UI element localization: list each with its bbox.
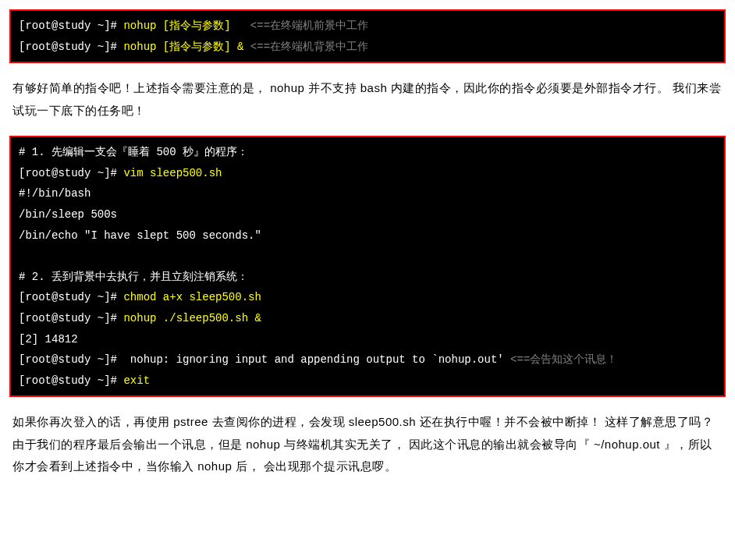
command: nohup [指令与参数] <box>123 19 230 32</box>
terminal-line: [root@study ~]# exit <box>19 370 716 392</box>
arrow: <== <box>231 19 270 32</box>
text: # 2. 丢到背景中去执行，并且立刻注销系统： <box>19 271 248 283</box>
script-line: /bin/echo "I have slept 500 seconds." <box>19 225 716 246</box>
output-line: [2] 14812 <box>19 329 716 350</box>
script-line: #!/bin/bash <box>19 183 716 204</box>
text: [2] 14812 <box>19 333 78 346</box>
comment: 在终端机背景中工作 <box>270 41 368 53</box>
text: /bin/sleep 500s <box>19 208 117 221</box>
terminal-line: [root@study ~]# nohup [指令与参数] <==在终端机前景中… <box>19 16 716 37</box>
prompt: [root@study ~]# <box>19 353 130 366</box>
command: chmod a+x sleep500.sh <box>123 291 261 303</box>
arrow: <== <box>504 353 531 366</box>
script-line: /bin/sleep 500s <box>19 204 716 225</box>
terminal-block-1: [root@study ~]# nohup [指令与参数] <==在终端机前景中… <box>9 9 726 63</box>
blank-line <box>19 246 716 267</box>
output: nohup: ignoring input and appending outp… <box>130 353 504 366</box>
terminal-line: [root@study ~]# vim sleep500.sh <box>19 163 716 184</box>
comment: 会告知这个讯息！ <box>530 353 617 366</box>
comment-line: # 1. 先编辑一支会『睡着 500 秒』的程序： <box>19 142 716 163</box>
arrow: <== <box>243 41 270 53</box>
terminal-line: [root@study ~]# nohup [指令与参数] & <==在终端机背… <box>19 37 716 58</box>
terminal-line: [root@study ~]# chmod a+x sleep500.sh <box>19 287 716 308</box>
prompt: [root@study ~]# <box>19 374 123 387</box>
prompt: [root@study ~]# <box>19 312 123 324</box>
terminal-block-2: # 1. 先编辑一支会『睡着 500 秒』的程序： [root@study ~]… <box>9 136 726 397</box>
command: nohup ./sleep500.sh & <box>123 312 261 324</box>
paragraph-2: 如果你再次登入的话，再使用 pstree 去查阅你的进程，会发现 sleep50… <box>12 411 723 478</box>
comment-line: # 2. 丢到背景中去执行，并且立刻注销系统： <box>19 267 716 288</box>
prompt: [root@study ~]# <box>19 41 123 53</box>
text <box>19 250 25 262</box>
command: vim sleep500.sh <box>123 167 222 179</box>
terminal-line: [root@study ~]# nohup: ignoring input an… <box>19 349 716 370</box>
text: /bin/echo "I have slept 500 seconds." <box>19 229 261 242</box>
command: nohup [指令与参数] & <box>123 41 243 53</box>
terminal-line: [root@study ~]# nohup ./sleep500.sh & <box>19 308 716 329</box>
text: #!/bin/bash <box>19 187 91 200</box>
paragraph-1: 有够好简单的指令吧！上述指令需要注意的是， nohup 并不支持 bash 内建… <box>12 77 723 122</box>
prompt: [root@study ~]# <box>19 167 123 179</box>
prompt: [root@study ~]# <box>19 19 123 32</box>
prompt: [root@study ~]# <box>19 291 123 303</box>
command: exit <box>123 374 150 387</box>
comment: 在终端机前景中工作 <box>270 19 368 32</box>
text: # 1. 先编辑一支会『睡着 500 秒』的程序： <box>19 146 248 158</box>
